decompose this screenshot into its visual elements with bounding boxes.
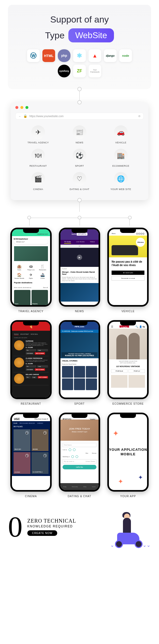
connector-line bbox=[79, 89, 80, 102]
connector-dot bbox=[77, 100, 82, 104]
film-icon: 🎬 bbox=[31, 172, 45, 186]
lock-icon: 🔒 bbox=[23, 114, 27, 118]
search-input: Where to? bbox=[14, 240, 48, 244]
footer-cta: 0 ZERO TECHNICAL KNOWLEDGE REQUIRED CREA… bbox=[0, 498, 159, 561]
hero-type: Type bbox=[45, 30, 65, 41]
footer-sub: KNOWLEDGE REQUIRED bbox=[27, 524, 107, 528]
article-image bbox=[60, 283, 99, 302]
hero-title: Support of any bbox=[15, 14, 144, 25]
phone-ecommerce: ☰Levi's🔍 👤 🛍 LEVI'S® PRIDE COLLECTION100… bbox=[107, 320, 149, 405]
star-icon: ✦ bbox=[113, 429, 119, 438]
cta-secondary: Demander un essai bbox=[112, 276, 144, 281]
cat-yoursite: 🌐YOUR WEB SITE bbox=[101, 172, 140, 191]
plane-icon: ✈ bbox=[31, 125, 45, 139]
globe-icon: 🌐 bbox=[114, 172, 128, 186]
your-framework-icon: Your Framework bbox=[89, 65, 101, 77]
hero-image: JOIN FREE TODAYAlready a member? Log in bbox=[60, 420, 99, 441]
category-grid: ✈TRAVEL AGENCY 📰NEWS 🚗VEHICLE 🍽RESTAURAN… bbox=[11, 120, 148, 193]
wordpress-icon: ⓦ bbox=[27, 49, 40, 62]
phone-dating: ✿harmonyEspañol JOIN FREE TODAYAlready a… bbox=[58, 413, 101, 498]
cat-cinema: 🎬CINEMA bbox=[19, 172, 58, 191]
shop-icon: 🏬 bbox=[114, 149, 128, 162]
laravel-icon: ▲ bbox=[89, 49, 101, 62]
cat-sport: ⚽SPORT bbox=[60, 149, 99, 167]
traffic-light-min bbox=[20, 106, 23, 109]
phone-travel: tripadvisor.com ⊙⊙tripadvisor Where to? … bbox=[10, 228, 52, 313]
footer-heading: ZERO TECHNICAL bbox=[27, 518, 107, 524]
node-icon: node bbox=[119, 49, 132, 62]
connector-dot bbox=[77, 87, 82, 91]
branch-connector bbox=[29, 212, 130, 228]
cta-primary: En savoir plus bbox=[112, 271, 144, 275]
traffic-light-max bbox=[25, 106, 28, 109]
zend-icon: ZF bbox=[73, 65, 86, 77]
phones-grid: tripadvisor.com ⊙⊙tripadvisor Where to? … bbox=[0, 228, 159, 498]
star-icon: ✦ bbox=[138, 474, 143, 481]
audi-logo: ⊙⊙⊙⊙ bbox=[136, 232, 144, 235]
food-icon: 🍽 bbox=[31, 149, 45, 162]
phone-sport: FIFA.com À L'AFFICHE · Cérémonie mondial… bbox=[58, 320, 101, 405]
address-bar: ← 🔒 https://www.yourwebsite.com ⟳ bbox=[15, 113, 144, 120]
heart-icon: ♡ bbox=[73, 172, 86, 186]
create-now-button[interactable]: CREATE NOW bbox=[27, 530, 57, 536]
url-text: tripadvisor.com bbox=[37, 233, 48, 235]
back-icon: ← bbox=[19, 115, 21, 118]
news-icon: 📰 bbox=[73, 125, 86, 139]
symfony-icon: symfony bbox=[58, 65, 70, 77]
refresh-icon: ⟳ bbox=[138, 115, 140, 118]
tech-grid: ⓦ HTML php ⚛ ▲ django node symfony ZF Yo… bbox=[15, 49, 144, 77]
car-image bbox=[112, 245, 138, 255]
django-icon: django bbox=[104, 49, 117, 62]
zero-glyph: 0 bbox=[8, 515, 23, 539]
phone-news: beINSPORTS TV GuideLive ScoresVideos ad … bbox=[58, 228, 101, 313]
cat-ecommerce: 🏬ECOMMERCE bbox=[101, 149, 140, 167]
hero-image bbox=[14, 246, 48, 261]
react-icon: ⚛ bbox=[73, 49, 86, 62]
html5-icon: HTML bbox=[42, 49, 55, 62]
cat-dating: ♡DATING & CHAT bbox=[60, 172, 99, 191]
star-icon: ✦ bbox=[118, 478, 123, 485]
phone-cinema: UGCOffres Actus Compte ☰ FILMSPROCHAINES… bbox=[10, 413, 52, 498]
ball-icon: ⚽ bbox=[73, 149, 86, 162]
car-icon: 🚗 bbox=[114, 125, 128, 139]
hero-image: THE BEST FIFA FOOTBALL AWARDSRONALDO VU … bbox=[60, 333, 99, 358]
phone-restaurant: 🍕 PIZZASWINGSTREETWOW DEAL Create your o… bbox=[10, 320, 52, 405]
cat-news: 📰NEWS bbox=[60, 125, 99, 144]
connector-line bbox=[79, 200, 80, 212]
hero-image bbox=[109, 329, 147, 359]
phone-your-app: YOUR APPLICATION MOBILE ✦ ✦ ✦ YOUR APP bbox=[107, 413, 149, 498]
traffic-light-close bbox=[15, 106, 18, 109]
connector-dot bbox=[77, 198, 82, 202]
hero-card: Support of any Type WebSite ⓦ HTML php ⚛… bbox=[8, 5, 151, 89]
url-text: https://www.yourwebsite.com bbox=[29, 115, 64, 118]
cat-restaurant: 🍽RESTAURANT bbox=[19, 149, 58, 167]
cat-travel: ✈TRAVEL AGENCY bbox=[19, 125, 58, 144]
browser-mockup: ← 🔒 https://www.yourwebsite.com ⟳ ✈TRAVE… bbox=[11, 102, 148, 200]
cat-vehicle: 🚗VEHICLE bbox=[101, 125, 140, 144]
scooter-illustration: ⌄⌄⌄⌄ bbox=[111, 506, 151, 548]
video-thumb: ▶ bbox=[60, 248, 99, 267]
phone-vehicle: Menu⊙⊙⊙⊙ Allccess Ne passez pas à côté d… bbox=[107, 228, 149, 313]
hero-pill: WebSite bbox=[68, 28, 114, 42]
php-icon: php bbox=[58, 49, 70, 62]
